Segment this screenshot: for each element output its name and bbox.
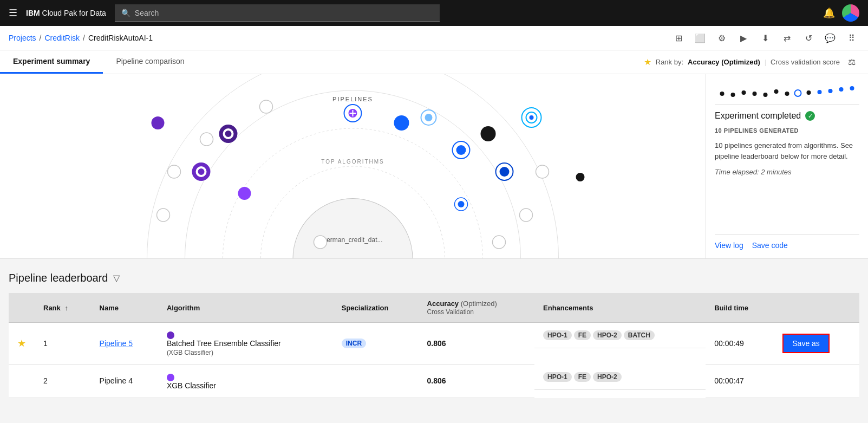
accuracy-label: Accuracy <box>427 300 459 308</box>
svg-point-47 <box>828 89 833 93</box>
tab-experiment-summary[interactable]: Experiment summary <box>0 50 103 74</box>
breadcrumb-bar: Projects / CreditRisk / CreditRiskAutoAI… <box>0 26 868 50</box>
th-name: Name <box>91 293 158 323</box>
svg-point-36 <box>152 116 165 129</box>
menu-icon[interactable]: ☰ <box>9 7 17 19</box>
experiment-description: 10 pipelines generated from algorithms. … <box>715 140 859 161</box>
svg-point-41 <box>763 93 768 97</box>
pipeline-table: Rank ↑ Name Algorithm Specialization Acc… <box>9 293 859 398</box>
leaderboard-heading: Pipeline leaderboard <box>9 272 108 284</box>
build-time-cell: 00:00:47 <box>706 365 774 398</box>
breadcrumb-projects[interactable]: Projects <box>9 34 36 42</box>
grid-icon[interactable]: ⠿ <box>844 30 859 45</box>
rank-cell: 2 <box>35 365 91 398</box>
breadcrumb-sep1: / <box>40 34 42 42</box>
experiment-status: Experiment completed ✓ <box>715 111 859 121</box>
algo-color-dot <box>167 374 174 381</box>
rank-bar: ★ Rank by: Accuracy (Optimized) | Cross … <box>635 55 868 70</box>
leaderboard-filter-icon[interactable]: ▽ <box>113 273 120 283</box>
name-cell: Pipeline 4 <box>91 365 158 398</box>
specialization-cell: INCR <box>333 323 419 365</box>
breadcrumb-icons: ⊞ ⬜ ⚙ ▶ ⬇ ⇄ ↺ 💬 ⠿ <box>671 30 859 45</box>
svg-text:PIPELINES: PIPELINES <box>332 96 373 102</box>
th-algorithm: Algorithm <box>158 293 333 323</box>
leaderboard-section: Pipeline leaderboard ▽ Rank ↑ Name Algor… <box>0 259 868 398</box>
enhancement-badge: FE <box>574 372 591 382</box>
th-actions <box>774 293 859 323</box>
status-label: Experiment completed <box>715 111 801 121</box>
rank-cell: 1 <box>35 323 91 365</box>
svg-point-42 <box>774 89 779 94</box>
main-content: german_credit_dat... PIPELINES TOP ALGOR… <box>0 74 868 259</box>
breadcrumb-creditrisk[interactable]: CreditRisk <box>44 34 80 42</box>
specialization-badge: INCR <box>342 339 366 348</box>
svg-point-37 <box>720 92 725 96</box>
status-check-icon: ✓ <box>805 111 815 121</box>
svg-point-49 <box>850 86 854 90</box>
enhancement-badge: HPO-2 <box>593 372 622 382</box>
search-bar[interactable]: 🔍 <box>115 4 440 22</box>
history-icon[interactable]: ↺ <box>801 30 816 45</box>
table-icon[interactable]: ⊞ <box>671 30 686 45</box>
sparkline-chart <box>715 83 859 105</box>
enhancements-cell: HPO-1FEHPO-2BATCH <box>534 323 706 348</box>
table-header-row: Rank ↑ Name Algorithm Specialization Acc… <box>9 293 859 323</box>
view-log-link[interactable]: View log <box>715 241 743 250</box>
breadcrumb-current: CreditRiskAutoAI-1 <box>88 34 153 42</box>
svg-point-16 <box>225 131 232 137</box>
save-as-button[interactable]: Save as <box>782 334 830 353</box>
th-specialization: Specialization <box>333 293 419 323</box>
avatar[interactable] <box>842 4 859 22</box>
svg-point-6 <box>260 100 273 113</box>
svg-point-9 <box>536 165 549 178</box>
svg-point-38 <box>731 93 735 97</box>
save-code-link[interactable]: Save code <box>752 241 788 250</box>
breadcrumb-sep2: / <box>83 34 85 42</box>
svg-point-28 <box>238 187 251 200</box>
rank-accuracy[interactable]: Accuracy (Optimized) <box>688 58 760 66</box>
svg-point-22 <box>481 126 496 141</box>
visualization-area: german_credit_dat... PIPELINES TOP ALGOR… <box>0 74 706 258</box>
monitor-icon[interactable]: ⬜ <box>693 30 708 45</box>
svg-point-27 <box>425 114 433 121</box>
rank-filter-icon[interactable]: ⚖ <box>844 55 859 70</box>
tabs: Experiment summary Pipeline comparison <box>0 50 197 74</box>
enhancement-badge: HPO-1 <box>543 330 572 340</box>
rank-cv[interactable]: Cross validation score <box>771 58 840 66</box>
enhancement-badge: HPO-1 <box>543 372 572 382</box>
tabs-bar: Experiment summary Pipeline comparison ★… <box>0 50 868 74</box>
table-row: 2Pipeline 4XGB Classifier0.806HPO-1FEHPO… <box>9 365 859 398</box>
accuracy-cell: 0.806 <box>419 365 535 398</box>
chat-icon[interactable]: 💬 <box>823 30 838 45</box>
rank-separator: | <box>765 58 766 66</box>
download-icon[interactable]: ⬇ <box>758 30 773 45</box>
th-rank[interactable]: Rank ↑ <box>35 293 91 323</box>
panel-actions: View log Save code <box>715 234 859 250</box>
time-elapsed: Time elapsed: 2 minutes <box>715 168 859 176</box>
side-panel: Experiment completed ✓ 10 PIPELINES GENE… <box>706 74 868 258</box>
svg-point-48 <box>839 87 844 92</box>
svg-point-43 <box>785 92 789 96</box>
pipeline-viz: german_credit_dat... PIPELINES TOP ALGOR… <box>0 74 706 258</box>
tab-pipeline-comparison[interactable]: Pipeline comparison <box>103 50 197 74</box>
accuracy-cv: Cross Validation <box>427 308 474 316</box>
enhancement-badge: HPO-2 <box>593 330 622 340</box>
share-icon[interactable]: ⇄ <box>779 30 794 45</box>
star-cell <box>9 365 35 398</box>
pipeline-link[interactable]: Pipeline 5 <box>100 339 133 348</box>
algorithm-cell: Batched Tree Ensemble Classifier(XGB Cla… <box>158 323 333 365</box>
svg-point-23 <box>576 173 585 181</box>
table-row: ★1Pipeline 5Batched Tree Ensemble Classi… <box>9 323 859 365</box>
search-input[interactable] <box>135 9 433 17</box>
svg-point-21 <box>394 115 409 131</box>
search-icon: 🔍 <box>121 9 130 17</box>
svg-point-32 <box>500 167 510 177</box>
notification-icon[interactable]: 🔔 <box>820 4 838 22</box>
enhancements-cell: HPO-1FEHPO-2 <box>534 365 706 390</box>
svg-point-46 <box>818 90 822 94</box>
svg-point-40 <box>753 92 757 96</box>
play-icon[interactable]: ▶ <box>736 30 751 45</box>
name-cell[interactable]: Pipeline 5 <box>91 323 158 365</box>
svg-point-3 <box>157 209 170 222</box>
settings-icon[interactable]: ⚙ <box>714 30 729 45</box>
